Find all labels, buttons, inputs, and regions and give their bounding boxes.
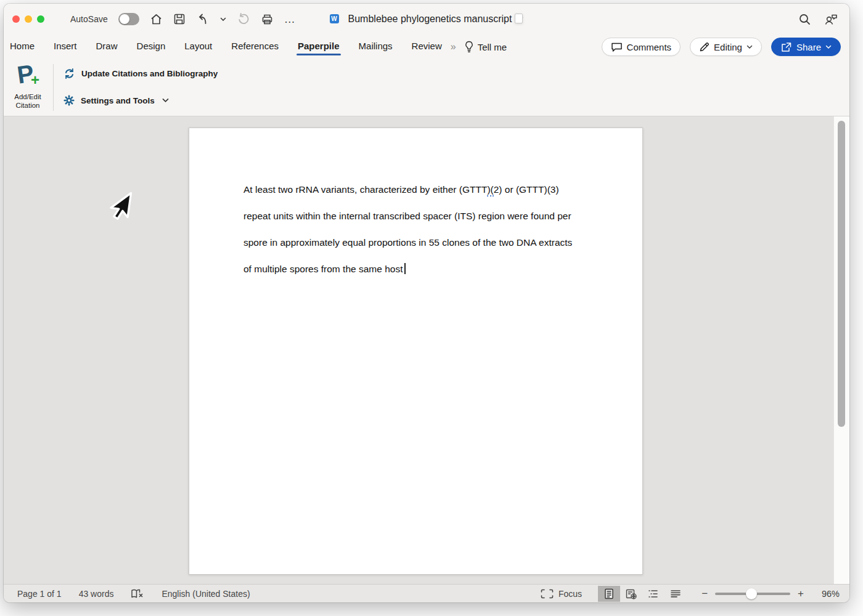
minimize-window-button[interactable] bbox=[25, 15, 32, 23]
title-bar: AutoSave … W bbox=[4, 4, 849, 34]
zoom-slider[interactable] bbox=[715, 593, 790, 595]
title-dropdown-chevron-icon[interactable] bbox=[517, 17, 523, 22]
refresh-icon bbox=[63, 68, 75, 79]
update-citations-label: Update Citations and Bibliography bbox=[81, 69, 218, 78]
search-icon[interactable] bbox=[798, 13, 811, 26]
tab-references[interactable]: References bbox=[231, 37, 279, 57]
more-commands-icon[interactable]: … bbox=[284, 16, 296, 22]
doc-line-2[interactable]: repeat units within the internal transcr… bbox=[243, 203, 587, 229]
share-button[interactable]: Share bbox=[771, 38, 841, 56]
document-title[interactable]: Bumblebee phylogenetics manuscript bbox=[348, 14, 512, 25]
add-edit-citation-label-line1: Add/Edit bbox=[9, 92, 47, 101]
autosave-toggle[interactable] bbox=[118, 13, 139, 25]
vertical-scrollbar-thumb[interactable] bbox=[838, 121, 845, 427]
add-edit-citation-button[interactable]: P + Add/Edit Citation bbox=[9, 62, 47, 110]
zoom-out-button[interactable]: − bbox=[701, 588, 708, 599]
undo-dropdown-chevron-icon[interactable] bbox=[220, 17, 226, 22]
tab-mailings[interactable]: Mailings bbox=[359, 37, 393, 57]
comments-button[interactable]: Comments bbox=[602, 38, 681, 56]
view-switcher bbox=[598, 586, 687, 602]
share-chevron-icon bbox=[825, 45, 832, 49]
tab-review[interactable]: Review bbox=[412, 37, 442, 57]
settings-and-tools-label: Settings and Tools bbox=[81, 96, 155, 105]
tab-paperpile[interactable]: Paperpile bbox=[298, 37, 340, 57]
proofing-status-icon[interactable] bbox=[131, 588, 144, 599]
tab-overflow-icon[interactable]: » bbox=[451, 41, 455, 52]
share-label: Share bbox=[796, 42, 821, 52]
paperpile-logo-icon: P + bbox=[9, 62, 47, 90]
focus-label: Focus bbox=[558, 589, 582, 599]
ribbon-tab-row: Home Insert Draw Design Layout Reference… bbox=[4, 34, 849, 59]
comment-bubble-icon bbox=[611, 42, 623, 52]
print-icon[interactable] bbox=[261, 13, 274, 26]
focus-mode-button[interactable]: Focus bbox=[541, 589, 582, 599]
close-window-button[interactable] bbox=[12, 15, 20, 23]
focus-icon bbox=[541, 589, 554, 599]
print-layout-icon bbox=[604, 588, 614, 599]
web-layout-icon bbox=[626, 588, 637, 599]
tell-me-control[interactable]: Tell me bbox=[465, 41, 507, 53]
settings-and-tools-button[interactable]: Settings and Tools bbox=[63, 87, 218, 113]
web-layout-view-button[interactable] bbox=[620, 586, 642, 602]
document-page[interactable]: At least two rRNA variants, characterize… bbox=[189, 128, 643, 575]
doc-line-4[interactable]: of multiple spores from the same host bbox=[243, 256, 587, 282]
text-cursor bbox=[404, 263, 406, 274]
outline-view-icon bbox=[648, 589, 659, 599]
word-document-icon: W bbox=[330, 13, 343, 25]
editing-label: Editing bbox=[714, 42, 742, 52]
share-icon bbox=[780, 42, 792, 52]
editing-chevron-icon bbox=[746, 45, 753, 49]
comments-label: Comments bbox=[627, 42, 672, 52]
grammar-squiggle[interactable]: )( bbox=[487, 184, 493, 197]
lightbulb-icon bbox=[465, 41, 473, 53]
mouse-cursor-icon bbox=[102, 178, 138, 233]
document-canvas: At least two rRNA variants, characterize… bbox=[4, 116, 849, 584]
redo-button bbox=[237, 12, 250, 26]
tell-me-label: Tell me bbox=[478, 42, 507, 52]
word-count[interactable]: 43 words bbox=[79, 589, 114, 599]
draft-view-button[interactable] bbox=[665, 586, 687, 602]
doc-line-3[interactable]: spore in approximately equal proportions… bbox=[243, 229, 587, 256]
tab-draw[interactable]: Draw bbox=[96, 37, 118, 57]
update-citations-button[interactable]: Update Citations and Bibliography bbox=[63, 60, 218, 86]
undo-button[interactable] bbox=[196, 12, 210, 26]
gear-icon bbox=[63, 95, 75, 106]
zoom-controls: − + bbox=[701, 588, 804, 599]
zoom-window-button[interactable] bbox=[37, 15, 44, 23]
feedback-person-icon[interactable] bbox=[824, 12, 838, 26]
traffic-lights bbox=[12, 15, 44, 23]
editing-mode-button[interactable]: Editing bbox=[690, 38, 762, 56]
home-icon[interactable] bbox=[150, 13, 163, 26]
add-edit-citation-label-line2: Citation bbox=[9, 101, 47, 110]
autosave-toggle-knob bbox=[120, 14, 129, 24]
language-indicator[interactable]: English (United States) bbox=[162, 589, 250, 599]
doc-line-1[interactable]: At least two rRNA variants, characterize… bbox=[243, 176, 587, 203]
zoom-in-button[interactable]: + bbox=[798, 588, 804, 599]
tab-design[interactable]: Design bbox=[137, 37, 166, 57]
autosave-label: AutoSave bbox=[70, 14, 108, 24]
outline-view-button[interactable] bbox=[642, 586, 665, 602]
tab-insert[interactable]: Insert bbox=[54, 37, 77, 57]
tab-layout[interactable]: Layout bbox=[184, 37, 212, 57]
tab-home[interactable]: Home bbox=[10, 37, 35, 57]
print-layout-view-button[interactable] bbox=[598, 586, 620, 602]
page-indicator[interactable]: Page 1 of 1 bbox=[17, 589, 62, 599]
draft-view-icon bbox=[670, 590, 681, 598]
zoom-slider-thumb[interactable] bbox=[746, 588, 757, 599]
document-text[interactable]: At least two rRNA variants, characterize… bbox=[189, 128, 642, 282]
ribbon-divider bbox=[53, 64, 54, 111]
zoom-percentage[interactable]: 96% bbox=[810, 589, 840, 599]
save-icon[interactable] bbox=[173, 13, 186, 25]
pencil-icon bbox=[699, 42, 710, 52]
word-window: AutoSave … W bbox=[4, 4, 849, 602]
vertical-scrollbar-track[interactable] bbox=[833, 116, 849, 584]
settings-chevron-icon bbox=[162, 98, 169, 103]
status-bar: Page 1 of 1 43 words English (United Sta… bbox=[4, 584, 849, 602]
paperpile-ribbon: P + Add/Edit Citation Update Citations a… bbox=[4, 59, 849, 116]
